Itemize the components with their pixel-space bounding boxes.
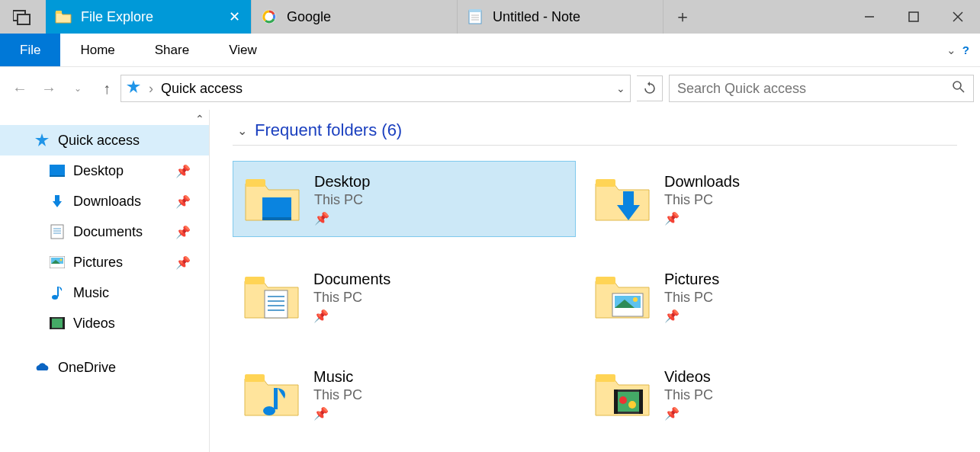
ribbon-share[interactable]: Share [135,34,209,66]
svg-rect-33 [52,319,63,328]
folder-grid: Desktop This PC 📌 Downloads This PC 📌 [233,161,957,432]
scroll-up-icon[interactable]: ⌃ [195,113,204,125]
svg-rect-39 [596,179,615,187]
new-tab-button[interactable]: ＋ [664,0,702,34]
sidebar-item-label: Pictures [73,255,123,271]
sidebar-item-label: Quick access [58,133,140,149]
svg-rect-1 [18,14,30,24]
ribbon-view[interactable]: View [209,34,277,66]
folder-documents[interactable]: Documents This PC 📌 [233,258,576,335]
refresh-button[interactable] [637,75,663,101]
svg-rect-38 [262,217,291,220]
ribbon-menu: File Home Share View ⌄ ? [0,34,980,67]
pin-icon: 📌 [664,406,713,421]
svg-rect-20 [55,195,59,201]
back-button[interactable]: ← [12,80,27,98]
sidebar-item-music[interactable]: Music [0,277,209,308]
search-box[interactable] [669,75,974,102]
svg-point-60 [628,401,636,409]
folder-downloads[interactable]: Downloads This PC 📌 [583,161,927,237]
svg-marker-13 [127,80,140,93]
sidebar-item-desktop[interactable]: Desktop 📌 [0,155,209,186]
sidebar-item-downloads[interactable]: Downloads 📌 [0,186,209,216]
svg-rect-34 [50,317,52,329]
folder-large-icon [242,269,301,324]
sidebar-item-label: OneDrive [58,360,116,376]
ribbon-expand[interactable]: ⌄ ? [936,34,980,66]
folder-large-icon [243,172,302,226]
window-controls [847,0,980,34]
folder-name: Videos [664,368,713,386]
pin-icon: 📌 [314,211,370,226]
pin-icon: 📌 [664,309,719,323]
close-button[interactable] [936,0,980,34]
tab-label: Google [287,9,448,25]
tab-file-explorer[interactable]: File Explore ✕ [46,0,252,34]
tab-notepad[interactable]: Untitled - Note [458,0,664,34]
quick-access-star-icon [126,79,141,98]
tab-label: Untitled - Note [493,9,654,25]
maximize-button[interactable] [892,0,936,34]
sidebar-onedrive[interactable]: OneDrive [0,352,209,383]
music-icon [49,284,66,301]
svg-point-59 [619,396,627,404]
sidebar-item-label: Downloads [73,194,141,210]
folder-music[interactable]: Music This PC 📌 [233,356,576,432]
folder-pictures[interactable]: Pictures This PC 📌 [583,258,927,335]
folder-location: This PC [314,192,370,208]
folder-videos[interactable]: Videos This PC 📌 [583,356,927,432]
recent-dropdown[interactable]: ⌄ [70,83,85,94]
close-icon[interactable]: ✕ [227,8,242,25]
sidebar-quick-access[interactable]: Quick access [0,125,209,155]
folder-name: Documents [313,271,390,288]
google-icon [261,8,278,25]
sidebar-item-pictures[interactable]: Pictures 📌 [0,247,209,277]
ribbon-file-tab[interactable]: File [0,34,60,66]
address-bar[interactable]: › Quick access ⌄ [120,75,631,102]
tab-google[interactable]: Google [252,0,458,34]
svg-rect-35 [63,317,65,329]
svg-rect-10 [909,12,918,21]
svg-rect-61 [614,389,618,414]
tab-label: File Explore [81,9,217,25]
pin-icon: 📌 [175,194,191,209]
content-pane: ⌄ Frequent folders (6) Desktop This PC 📌 [210,110,980,452]
ribbon-home[interactable]: Home [60,34,134,66]
svg-rect-62 [639,389,643,414]
pin-icon: 📌 [175,255,191,270]
sidebar-item-documents[interactable]: Documents 📌 [0,216,209,247]
pin-icon: 📌 [664,211,740,226]
svg-rect-53 [245,374,265,382]
svg-rect-22 [51,225,63,239]
pin-icon: 📌 [313,406,362,421]
desktop-icon [49,162,66,179]
help-icon[interactable]: ? [962,43,969,56]
folder-desktop[interactable]: Desktop This PC 📌 [233,161,576,237]
up-button[interactable]: ↑ [99,80,114,98]
minimize-button[interactable] [847,0,892,34]
search-input[interactable] [677,81,946,97]
folder-location: This PC [313,387,362,403]
search-icon[interactable] [952,80,966,98]
notepad-icon [467,8,484,25]
taskview-icon[interactable] [0,0,46,34]
svg-point-52 [633,297,638,302]
sidebar-item-videos[interactable]: Videos [0,308,209,338]
section-header[interactable]: ⌄ Frequent folders (6) [233,120,957,146]
svg-rect-42 [245,277,265,284]
pin-icon: 📌 [175,164,191,178]
pin-icon: 📌 [175,225,191,239]
titlebar: File Explore ✕ Google Untitled - Note ＋ [0,0,980,34]
folder-location: This PC [664,387,713,403]
download-icon [49,193,66,210]
folder-large-icon [593,367,652,422]
navigation-bar: ← → ⌄ ↑ › Quick access ⌄ [0,67,980,110]
videos-icon [49,315,66,332]
address-dropdown-icon[interactable]: ⌄ [616,82,625,95]
document-icon [49,223,66,240]
svg-rect-37 [262,197,291,219]
sidebar-item-label: Documents [73,224,143,240]
forward-button[interactable]: → [41,80,56,98]
folder-location: This PC [664,192,740,208]
svg-rect-19 [50,175,65,177]
